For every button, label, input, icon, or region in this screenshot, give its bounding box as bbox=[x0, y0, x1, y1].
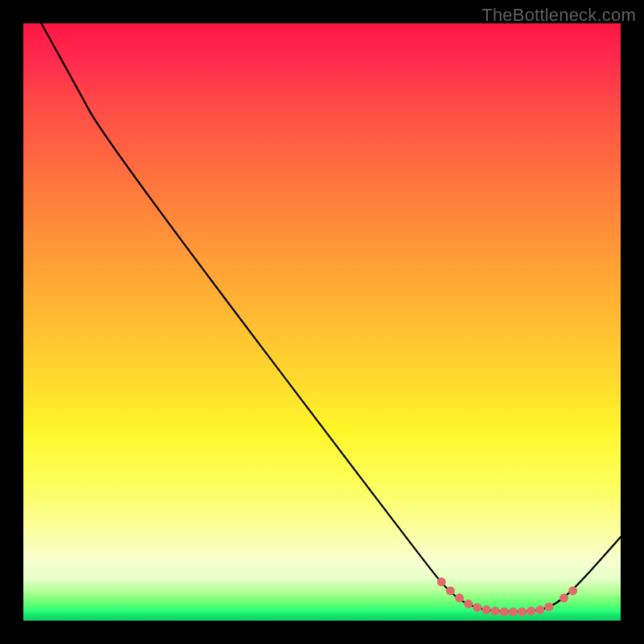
bottleneck-curve bbox=[41, 23, 621, 612]
marker-dot bbox=[473, 603, 481, 612]
marker-dot bbox=[464, 600, 473, 609]
marker-dot bbox=[518, 607, 526, 616]
marker-dot bbox=[509, 607, 518, 616]
watermark-text: TheBottleneck.com bbox=[481, 5, 636, 26]
marker-dot bbox=[535, 605, 544, 614]
marker-dot bbox=[482, 605, 491, 614]
marker-dot bbox=[526, 607, 535, 616]
optimal-range-markers bbox=[437, 577, 577, 616]
marker-dot bbox=[446, 586, 455, 595]
marker-dot bbox=[437, 577, 446, 586]
marker-dot bbox=[491, 607, 500, 616]
chart-frame: TheBottleneck.com bbox=[0, 0, 644, 644]
marker-dot bbox=[500, 607, 509, 616]
marker-dot bbox=[545, 602, 554, 611]
marker-dot bbox=[568, 586, 577, 595]
marker-dot bbox=[559, 593, 568, 602]
curve-layer bbox=[23, 23, 621, 621]
marker-dot bbox=[455, 593, 464, 602]
